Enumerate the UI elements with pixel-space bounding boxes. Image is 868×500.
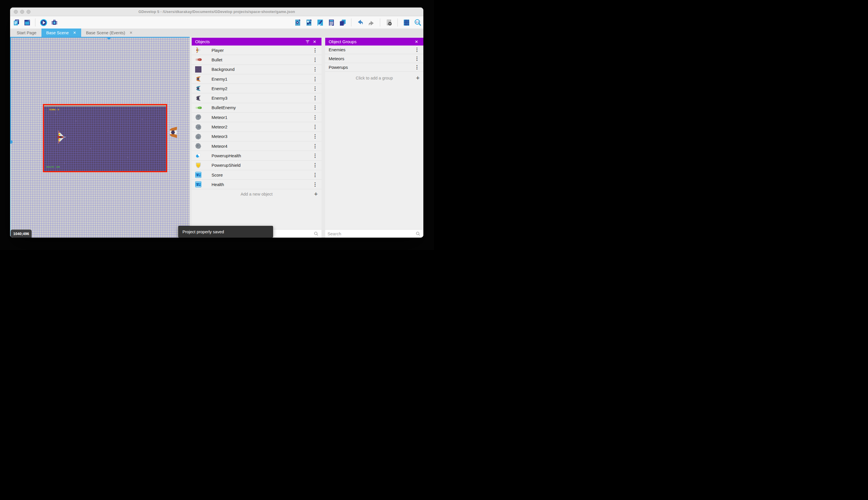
toolbar-separator: [35, 19, 35, 26]
svg-text:T: T: [196, 173, 199, 177]
object-row-enemy1[interactable]: Enemy1 ⋮: [192, 74, 321, 84]
group-name: Powerups: [329, 65, 348, 70]
tab-start-page[interactable]: Start Page: [12, 29, 42, 37]
object-name: Enemy3: [212, 95, 227, 101]
group-name: Meteors: [329, 56, 344, 61]
horizontal-scrollbar-thumb[interactable]: [107, 37, 110, 39]
object-row-powerupshield[interactable]: PowerupShield ⋮: [192, 161, 321, 170]
object-row-enemy3[interactable]: Enemy3 ⋮: [192, 93, 321, 103]
edit-object-icon[interactable]: [294, 19, 302, 26]
object-menu-icon[interactable]: ⋮: [313, 163, 317, 168]
health-text-instance[interactable]: HEALTH: 100: [46, 166, 60, 168]
debug-icon[interactable]: [50, 19, 58, 26]
object-menu-icon[interactable]: ⋮: [313, 115, 317, 120]
play-preview-icon[interactable]: [39, 19, 47, 26]
toolbar-separator: [380, 19, 380, 26]
object-menu-icon[interactable]: ⋮: [313, 86, 317, 91]
object-row-health[interactable]: Tx Health ⋮: [192, 180, 321, 189]
vertical-scrollbar-thumb[interactable]: [10, 140, 13, 144]
toast-message: Project properly saved: [183, 229, 224, 234]
toggle-mask-icon[interactable]: [385, 19, 393, 26]
object-groups-panel: Object Groups ✕ Enemies ⋮ Meteors ⋮ Powe…: [325, 38, 423, 238]
object-menu-icon[interactable]: ⋮: [313, 95, 317, 101]
filter-icon[interactable]: [304, 40, 311, 44]
preview-window-icon[interactable]: [23, 19, 31, 26]
add-group-button[interactable]: Click to add a group +: [325, 72, 423, 84]
save-toast: Project properly saved: [178, 226, 273, 238]
add-object-button[interactable]: Add a new object +: [192, 189, 321, 199]
undo-icon[interactable]: [356, 19, 364, 26]
tab-close-icon[interactable]: ✕: [73, 31, 76, 35]
meteor-icon: [195, 133, 202, 140]
svg-text:x: x: [199, 184, 200, 186]
object-menu-icon[interactable]: ⋮: [313, 57, 317, 62]
group-menu-icon[interactable]: ⋮: [414, 56, 419, 61]
layers-icon[interactable]: [338, 19, 347, 26]
object-menu-icon[interactable]: ⋮: [313, 144, 317, 149]
groups-search-bar: [325, 229, 423, 238]
title-bar: GDevelop 5 - /Users/dkarakay/Documents/G…: [10, 8, 423, 16]
group-row-powerups[interactable]: Powerups ⋮: [325, 63, 423, 72]
minimize-window-button[interactable]: [20, 10, 24, 14]
object-menu-icon[interactable]: ⋮: [313, 172, 317, 178]
object-row-bulletenemy[interactable]: BulletEnemy ⋮: [192, 103, 321, 113]
search-icon: [314, 231, 319, 236]
close-panel-icon[interactable]: ✕: [311, 39, 318, 44]
object-menu-icon[interactable]: ⋮: [313, 105, 317, 110]
vertical-scrollbar[interactable]: [10, 37, 11, 238]
orange-enemy-ship-icon: [195, 76, 202, 82]
object-menu-icon[interactable]: ⋮: [313, 134, 317, 139]
edit-properties-icon[interactable]: [316, 19, 324, 26]
toolbar-separator: [351, 19, 351, 26]
player-ship-instance[interactable]: [56, 130, 66, 144]
group-name: Enemies: [329, 47, 345, 52]
group-menu-icon[interactable]: ⋮: [414, 47, 419, 52]
object-row-enemy2[interactable]: Enemy2 ⋮: [192, 84, 321, 93]
groups-search-input[interactable]: [328, 231, 415, 236]
object-menu-icon[interactable]: ⋮: [313, 67, 317, 72]
object-name: Meteor4: [212, 144, 227, 149]
object-row-meteor2[interactable]: Meteor2 ⋮: [192, 122, 321, 132]
group-row-enemies[interactable]: Enemies ⋮: [325, 46, 423, 54]
tab-base-scene[interactable]: Base Scene ✕: [42, 29, 81, 37]
project-manager-icon[interactable]: [12, 19, 21, 26]
object-menu-icon[interactable]: ⋮: [313, 182, 317, 187]
object-row-player[interactable]: Player ⋮: [192, 46, 321, 55]
enemy-ship-instance[interactable]: [168, 126, 178, 138]
object-row-meteor1[interactable]: Meteor1 ⋮: [192, 113, 321, 122]
close-panel-icon[interactable]: ✕: [413, 39, 420, 44]
object-row-meteor3[interactable]: Meteor3 ⋮: [192, 132, 321, 141]
object-row-poweruphealth[interactable]: PowerupHealth ⋮: [192, 151, 321, 160]
top-wall-instance[interactable]: [44, 105, 166, 106]
object-row-score[interactable]: Tx Score ⋮: [192, 170, 321, 180]
object-menu-icon[interactable]: ⋮: [313, 153, 317, 158]
object-menu-icon[interactable]: ⋮: [313, 48, 317, 53]
panel-resize-handle[interactable]: [321, 37, 325, 238]
object-row-bullet[interactable]: Bullet ⋮: [192, 55, 321, 65]
close-window-button[interactable]: [14, 10, 18, 14]
score-text-instance[interactable]: SCORE: 0: [49, 109, 59, 111]
objects-panel: Objects ✕ Player ⋮ Bullet ⋮: [192, 38, 321, 238]
toolbar-separator: [397, 19, 398, 26]
gdevelop-window: GDevelop 5 - /Users/dkarakay/Documents/G…: [10, 8, 423, 238]
edit-object-groups-icon[interactable]: [305, 19, 313, 26]
zoom-window-button[interactable]: [26, 10, 31, 14]
object-row-meteor4[interactable]: Meteor4 ⋮: [192, 141, 321, 151]
horizontal-scrollbar[interactable]: [10, 37, 190, 38]
scene-canvas[interactable]: SCORE: 0 HEALTH: 100: [10, 37, 190, 238]
toggle-grid-icon[interactable]: [402, 19, 410, 26]
zoom-1-1-icon[interactable]: 1:1: [413, 19, 422, 26]
object-name: Meteor1: [212, 115, 227, 120]
object-menu-icon[interactable]: ⋮: [313, 77, 317, 81]
redo-icon[interactable]: [367, 19, 375, 26]
object-row-background[interactable]: Background ⋮: [192, 65, 321, 74]
objects-panel-title: Objects: [195, 39, 210, 44]
pill-icon: [195, 152, 202, 159]
object-menu-icon[interactable]: ⋮: [313, 124, 317, 129]
group-row-meteors[interactable]: Meteors ⋮: [325, 54, 423, 63]
object-name: BulletEnemy: [212, 105, 236, 110]
tab-close-icon[interactable]: ✕: [129, 31, 133, 35]
tab-base-scene-events[interactable]: Base Scene (Events) ✕: [81, 29, 138, 37]
instances-list-icon[interactable]: [327, 19, 335, 26]
group-menu-icon[interactable]: ⋮: [414, 65, 419, 70]
